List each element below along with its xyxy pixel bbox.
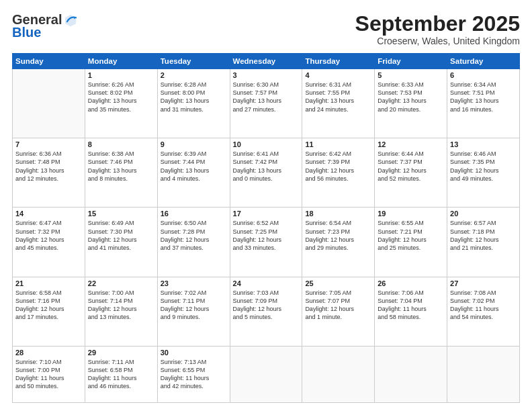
- calendar-cell: 12Sunrise: 6:44 AM Sunset: 7:37 PM Dayli…: [375, 138, 447, 208]
- day-info: Sunrise: 6:39 AM Sunset: 7:44 PM Dayligh…: [161, 150, 227, 183]
- calendar-cell: 27Sunrise: 7:08 AM Sunset: 7:02 PM Dayli…: [447, 277, 520, 346]
- day-number: 18: [305, 210, 371, 218]
- weekday-header-wednesday: Wednesday: [230, 54, 302, 69]
- calendar-week-4: 21Sunrise: 6:58 AM Sunset: 7:16 PM Dayli…: [13, 277, 520, 346]
- day-info: Sunrise: 6:34 AM Sunset: 7:51 PM Dayligh…: [450, 81, 517, 113]
- calendar-cell: 16Sunrise: 6:50 AM Sunset: 7:28 PM Dayli…: [157, 208, 230, 277]
- day-info: Sunrise: 7:06 AM Sunset: 7:04 PM Dayligh…: [378, 289, 444, 322]
- calendar-week-1: 1Sunrise: 6:26 AM Sunset: 8:02 PM Daylig…: [13, 69, 520, 138]
- calendar-cell: 17Sunrise: 6:52 AM Sunset: 7:25 PM Dayli…: [230, 208, 302, 277]
- calendar-cell: 14Sunrise: 6:47 AM Sunset: 7:32 PM Dayli…: [13, 208, 85, 277]
- day-info: Sunrise: 6:36 AM Sunset: 7:48 PM Dayligh…: [15, 150, 82, 183]
- header: General Blue September 2025 Croeserw, Wa…: [12, 12, 520, 46]
- weekday-header-tuesday: Tuesday: [157, 54, 230, 69]
- calendar-cell: [302, 346, 375, 402]
- calendar-cell: 10Sunrise: 6:41 AM Sunset: 7:42 PM Dayli…: [230, 138, 302, 208]
- day-number: 14: [15, 210, 82, 218]
- day-info: Sunrise: 6:55 AM Sunset: 7:21 PM Dayligh…: [378, 219, 444, 252]
- weekday-header-sunday: Sunday: [13, 54, 85, 69]
- day-info: Sunrise: 7:08 AM Sunset: 7:02 PM Dayligh…: [450, 289, 517, 322]
- calendar-cell: 4Sunrise: 6:31 AM Sunset: 7:55 PM Daylig…: [302, 69, 375, 138]
- calendar-cell: 26Sunrise: 7:06 AM Sunset: 7:04 PM Dayli…: [375, 277, 447, 346]
- logo: General Blue: [12, 12, 78, 40]
- day-number: 4: [305, 71, 371, 79]
- calendar-cell: 11Sunrise: 6:42 AM Sunset: 7:39 PM Dayli…: [302, 138, 375, 208]
- day-number: 5: [378, 71, 444, 79]
- day-number: 27: [450, 279, 517, 287]
- calendar-header-row: SundayMondayTuesdayWednesdayThursdayFrid…: [13, 54, 520, 69]
- day-number: 11: [305, 140, 371, 148]
- day-info: Sunrise: 6:38 AM Sunset: 7:46 PM Dayligh…: [88, 150, 154, 183]
- day-info: Sunrise: 6:26 AM Sunset: 8:02 PM Dayligh…: [88, 81, 154, 113]
- day-info: Sunrise: 7:10 AM Sunset: 7:00 PM Dayligh…: [15, 358, 82, 391]
- day-info: Sunrise: 7:13 AM Sunset: 6:55 PM Dayligh…: [161, 358, 227, 391]
- day-info: Sunrise: 6:49 AM Sunset: 7:30 PM Dayligh…: [88, 219, 154, 252]
- weekday-header-thursday: Thursday: [302, 54, 375, 69]
- day-info: Sunrise: 6:44 AM Sunset: 7:37 PM Dayligh…: [378, 150, 444, 183]
- day-info: Sunrise: 6:50 AM Sunset: 7:28 PM Dayligh…: [161, 219, 227, 252]
- day-number: 26: [378, 279, 444, 287]
- day-number: 6: [450, 71, 517, 79]
- calendar-cell: 24Sunrise: 7:03 AM Sunset: 7:09 PM Dayli…: [230, 277, 302, 346]
- day-number: 2: [161, 71, 227, 79]
- calendar-cell: 6Sunrise: 6:34 AM Sunset: 7:51 PM Daylig…: [447, 69, 520, 138]
- day-number: 20: [450, 210, 517, 218]
- calendar-cell: 21Sunrise: 6:58 AM Sunset: 7:16 PM Dayli…: [13, 277, 85, 346]
- title-block: September 2025 Croeserw, Wales, United K…: [355, 12, 520, 46]
- day-number: 25: [305, 279, 371, 287]
- day-number: 30: [161, 349, 227, 357]
- calendar-cell: 13Sunrise: 6:46 AM Sunset: 7:35 PM Dayli…: [447, 138, 520, 208]
- calendar-cell: 8Sunrise: 6:38 AM Sunset: 7:46 PM Daylig…: [85, 138, 157, 208]
- weekday-header-monday: Monday: [85, 54, 157, 69]
- day-info: Sunrise: 6:52 AM Sunset: 7:25 PM Dayligh…: [233, 219, 300, 252]
- day-info: Sunrise: 7:11 AM Sunset: 6:58 PM Dayligh…: [88, 358, 154, 391]
- day-info: Sunrise: 6:30 AM Sunset: 7:57 PM Dayligh…: [233, 81, 300, 113]
- day-info: Sunrise: 6:46 AM Sunset: 7:35 PM Dayligh…: [450, 150, 517, 183]
- day-number: 19: [378, 210, 444, 218]
- calendar-cell: [230, 346, 302, 402]
- calendar-cell: 15Sunrise: 6:49 AM Sunset: 7:30 PM Dayli…: [85, 208, 157, 277]
- calendar-cell: [13, 69, 85, 138]
- day-info: Sunrise: 6:41 AM Sunset: 7:42 PM Dayligh…: [233, 150, 300, 183]
- calendar-cell: 3Sunrise: 6:30 AM Sunset: 7:57 PM Daylig…: [230, 69, 302, 138]
- calendar-cell: 9Sunrise: 6:39 AM Sunset: 7:44 PM Daylig…: [157, 138, 230, 208]
- day-info: Sunrise: 7:00 AM Sunset: 7:14 PM Dayligh…: [88, 289, 154, 322]
- day-number: 15: [88, 210, 154, 218]
- logo-icon: [63, 13, 78, 28]
- calendar-cell: 28Sunrise: 7:10 AM Sunset: 7:00 PM Dayli…: [13, 346, 85, 402]
- calendar-table: SundayMondayTuesdayWednesdayThursdayFrid…: [12, 53, 520, 403]
- day-number: 22: [88, 279, 154, 287]
- day-number: 12: [378, 140, 444, 148]
- month-title: September 2025: [355, 12, 520, 36]
- day-number: 3: [233, 71, 300, 79]
- day-info: Sunrise: 6:58 AM Sunset: 7:16 PM Dayligh…: [15, 289, 82, 322]
- day-number: 16: [161, 210, 227, 218]
- weekday-header-friday: Friday: [375, 54, 447, 69]
- day-number: 10: [233, 140, 300, 148]
- svg-marker-0: [65, 14, 76, 26]
- day-number: 23: [161, 279, 227, 287]
- day-info: Sunrise: 6:33 AM Sunset: 7:53 PM Dayligh…: [378, 81, 444, 113]
- page: General Blue September 2025 Croeserw, Wa…: [0, 0, 532, 411]
- day-info: Sunrise: 7:02 AM Sunset: 7:11 PM Dayligh…: [161, 289, 227, 322]
- calendar-cell: 1Sunrise: 6:26 AM Sunset: 8:02 PM Daylig…: [85, 69, 157, 138]
- calendar-cell: 29Sunrise: 7:11 AM Sunset: 6:58 PM Dayli…: [85, 346, 157, 402]
- calendar-cell: 25Sunrise: 7:05 AM Sunset: 7:07 PM Dayli…: [302, 277, 375, 346]
- day-info: Sunrise: 6:31 AM Sunset: 7:55 PM Dayligh…: [305, 81, 371, 113]
- calendar-cell: 30Sunrise: 7:13 AM Sunset: 6:55 PM Dayli…: [157, 346, 230, 402]
- weekday-header-saturday: Saturday: [447, 54, 520, 69]
- day-number: 21: [15, 279, 82, 287]
- calendar-cell: 2Sunrise: 6:28 AM Sunset: 8:00 PM Daylig…: [157, 69, 230, 138]
- day-number: 8: [88, 140, 154, 148]
- calendar-cell: 5Sunrise: 6:33 AM Sunset: 7:53 PM Daylig…: [375, 69, 447, 138]
- day-number: 9: [161, 140, 227, 148]
- calendar-cell: 7Sunrise: 6:36 AM Sunset: 7:48 PM Daylig…: [13, 138, 85, 208]
- day-number: 17: [233, 210, 300, 218]
- calendar-cell: 20Sunrise: 6:57 AM Sunset: 7:18 PM Dayli…: [447, 208, 520, 277]
- day-info: Sunrise: 6:47 AM Sunset: 7:32 PM Dayligh…: [15, 219, 82, 252]
- day-number: 28: [15, 349, 82, 357]
- day-number: 24: [233, 279, 300, 287]
- location: Croeserw, Wales, United Kingdom: [355, 36, 520, 46]
- calendar-cell: [375, 346, 447, 402]
- calendar-week-2: 7Sunrise: 6:36 AM Sunset: 7:48 PM Daylig…: [13, 138, 520, 208]
